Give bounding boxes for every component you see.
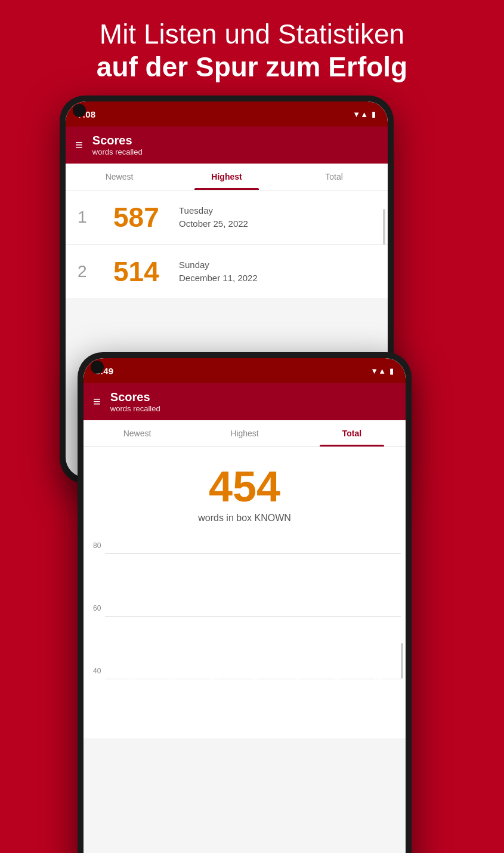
chart-y-80: 80: [93, 541, 101, 550]
score-value-1: 587: [113, 201, 167, 233]
bar-label-5: 79: [293, 675, 300, 682]
score-item-2: 2 514 Sunday December 11, 2022: [66, 245, 388, 299]
phone1-status-icons: ▼▲ ▮: [353, 110, 376, 119]
phone2-status-bar: 5:49 ▼▲ ▮: [84, 358, 406, 383]
bar-label-6: 65: [334, 675, 341, 682]
chart-y-40: 40: [93, 667, 101, 675]
phone1-menu-icon[interactable]: ≡: [75, 137, 83, 153]
chart-y-60: 60: [93, 604, 101, 612]
bar-3: 64: [197, 675, 232, 685]
score-date-2: Sunday December 11, 2022: [179, 258, 258, 285]
phone2-wifi-icon: ▼▲: [370, 367, 386, 375]
phone1-battery-icon: ▮: [372, 110, 376, 119]
phone1-score-list: 1 587 Tuesday October 25, 2022 2 514 Sun…: [66, 190, 388, 299]
tab-total-1[interactable]: Total: [280, 164, 388, 190]
phone2-subtitle: words recalled: [110, 404, 160, 413]
total-label: words in box KNOWN: [95, 513, 394, 523]
phone1-toolbar: ≡ Scores words recalled: [66, 127, 388, 164]
rank-2: 2: [78, 262, 101, 281]
chart-bars: 48 62 64 67: [115, 541, 396, 685]
tab-highest-2[interactable]: Highest: [191, 420, 298, 446]
phone2-menu-icon[interactable]: ≡: [93, 394, 101, 409]
total-view: 454 words in box KNOWN: [84, 447, 406, 535]
phone2-scrollbar[interactable]: [401, 643, 403, 679]
phone2-title: Scores: [110, 390, 160, 404]
phone1-toolbar-title: Scores words recalled: [92, 134, 143, 156]
hero-section: Mit Listen und Statistiken auf der Spur …: [0, 0, 504, 96]
phone2-screen: 5:49 ▼▲ ▮ ≡ Scores words recalled Newest: [84, 358, 406, 853]
chart-container: 80 60 40 48 62: [84, 535, 406, 738]
phone2-status-icons: ▼▲ ▮: [370, 367, 394, 375]
phone1-subtitle: words recalled: [92, 147, 143, 156]
tab-newest-2[interactable]: Newest: [84, 420, 191, 446]
phones-container: 7:08 ▼▲ ▮ ≡ Scores words recalled Newest: [0, 96, 504, 812]
bar-2: 62: [156, 675, 191, 685]
phone2-battery-icon: ▮: [389, 367, 394, 375]
phone1-status-bar: 7:08 ▼▲ ▮: [66, 101, 388, 127]
tab-newest-1[interactable]: Newest: [66, 164, 173, 190]
score-item-1: 1 587 Tuesday October 25, 2022: [66, 190, 388, 245]
hero-line2: auf der Spur zum Erfolg: [24, 51, 480, 84]
phone1-scrollbar[interactable]: [383, 209, 385, 245]
bar-5: 79: [279, 675, 314, 685]
score-value-2: 514: [113, 255, 167, 288]
bar-label-1: 48: [128, 675, 135, 682]
tab-highest-1[interactable]: Highest: [173, 164, 280, 190]
phone2-tabs: Newest Highest Total: [84, 420, 406, 447]
phone1-wifi-icon: ▼▲: [353, 110, 368, 119]
tab-total-2[interactable]: Total: [298, 420, 406, 446]
bar-label-4: 67: [252, 675, 259, 682]
total-number: 454: [95, 465, 394, 508]
phone2-toolbar: ≡ Scores words recalled: [84, 383, 406, 420]
bar-label-3: 64: [211, 675, 218, 682]
bar-1: 48: [115, 675, 150, 685]
bar-6: 65: [320, 675, 355, 685]
rank-1: 1: [78, 208, 101, 227]
hero-line1: Mit Listen und Statistiken: [24, 18, 480, 51]
phone2: 5:49 ▼▲ ▮ ≡ Scores words recalled Newest: [78, 352, 412, 853]
bar-label-7: 69: [375, 675, 382, 682]
phone1-tabs: Newest Highest Total: [66, 164, 388, 190]
phone1-title: Scores: [92, 134, 143, 147]
bar-label-2: 62: [169, 675, 177, 682]
bar-4: 67: [238, 675, 273, 685]
phone2-toolbar-title: Scores words recalled: [110, 390, 160, 413]
bar-7: 69: [361, 675, 396, 685]
score-date-1: Tuesday October 25, 2022: [179, 204, 248, 231]
